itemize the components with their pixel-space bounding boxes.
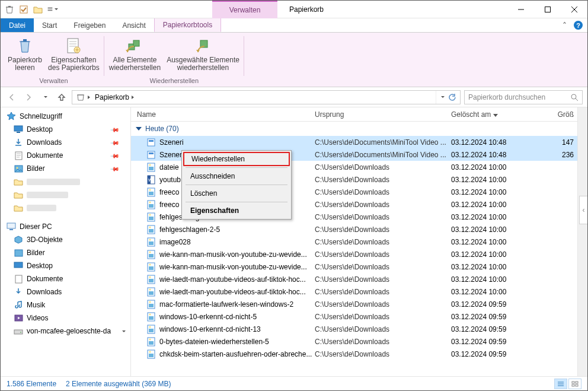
sidebar-downloads[interactable]: Downloads📌 <box>1 136 130 149</box>
view-large-icons-button[interactable] <box>568 379 581 389</box>
ribbon-label: des Papierkorbs <box>48 64 100 72</box>
table-row[interactable]: mac-formatierte-laufwerk-lesen-windows-2… <box>131 298 577 310</box>
file-origin: C:\Users\de\Downloads <box>315 238 451 246</box>
breadcrumb[interactable]: Papierkorb <box>72 90 461 104</box>
table-row[interactable]: wie-laedt-man-youtube-videos-auf-tiktok-… <box>131 285 577 298</box>
title-bar: 〓 Verwalten Papierkorb <box>1 1 587 18</box>
breadcrumb-label: Papierkorb <box>95 93 129 101</box>
breadcrumb-segment[interactable]: Papierkorb <box>94 93 135 101</box>
table-row[interactable]: windows-10-erkennt-cd-nicht-5C:\Users\de… <box>131 310 577 323</box>
qat-customize-button[interactable]: 〓 <box>46 3 59 16</box>
sidebar-pinned-folder[interactable] <box>1 188 130 201</box>
sidebar-pc-downloads[interactable]: Downloads <box>1 285 130 298</box>
recycle-bin-icon[interactable] <box>3 3 16 16</box>
table-row[interactable]: SzeneriC:\Users\de\Documents\MiniTool Vi… <box>131 136 577 148</box>
help-icon[interactable]: ? <box>574 21 583 30</box>
qat-newfolder-icon[interactable] <box>31 3 44 16</box>
file-icon <box>146 325 156 334</box>
view-details-button[interactable] <box>554 379 567 389</box>
sidebar-documents[interactable]: Dokumente📌 <box>1 149 130 162</box>
ctx-separator <box>186 202 287 202</box>
table-row[interactable]: wie-kann-man-musik-von-youtube-zu-wevide… <box>131 248 577 260</box>
column-origin[interactable]: Ursprung <box>315 110 451 119</box>
svg-rect-65 <box>149 329 154 332</box>
file-deleted-date: 03.12.2024 09:59 <box>451 338 528 346</box>
sidebar-quick-access[interactable]: Schnellzugriff <box>1 110 130 123</box>
table-row[interactable]: image028C:\Users\de\Downloads03.12.2024 … <box>131 236 577 248</box>
tab-file[interactable]: Datei <box>1 18 34 32</box>
close-button[interactable] <box>561 1 587 18</box>
ctx-restore[interactable]: Wiederherstellen <box>183 152 290 166</box>
table-row[interactable]: wie-laedt-man-youtube-videos-auf-tiktok-… <box>131 273 577 285</box>
tab-start[interactable]: Start <box>34 18 65 32</box>
column-deleted-date[interactable]: Gelöscht am <box>451 110 528 119</box>
downloads-icon <box>14 138 23 147</box>
empty-recycle-bin-button[interactable]: Papierkorb leeren <box>5 34 44 77</box>
restore-selected-button[interactable]: Ausgewählte Elemente wiederherstellen <box>164 34 242 77</box>
forward-button[interactable] <box>22 91 35 104</box>
ctx-properties[interactable]: Eigenschaften <box>183 204 290 218</box>
sidebar-pc-videos[interactable]: Videos <box>1 311 130 325</box>
group-header-today[interactable]: Heute (70) <box>131 122 577 136</box>
ribbon-collapse-button[interactable]: ˄ <box>563 21 567 30</box>
file-origin: C:\Users\de\Downloads <box>315 201 451 209</box>
file-deleted-date: 03.12.2024 09:59 <box>451 350 528 358</box>
file-deleted-date: 03.12.2024 10:00 <box>451 250 528 259</box>
redacted-label <box>27 192 68 198</box>
preview-pane-handle[interactable]: ‹ <box>579 196 587 224</box>
sidebar-label: Musik <box>27 301 45 309</box>
tab-share[interactable]: Freigeben <box>65 18 114 32</box>
tab-recyclebin-tools[interactable]: Papierkorbtools <box>154 18 221 32</box>
svg-rect-13 <box>7 223 15 228</box>
search-input[interactable]: Papierkorb durchsuchen <box>464 90 583 104</box>
file-deleted-date: 03.12.2024 10:00 <box>451 288 528 296</box>
ctx-delete[interactable]: Löschen <box>183 186 290 201</box>
table-row[interactable]: windows-10-erkennt-cd-nicht-13C:\Users\d… <box>131 323 577 335</box>
sidebar-label: 3D-Objekte <box>27 236 63 244</box>
history-dropdown[interactable] <box>39 91 52 104</box>
sidebar-pinned-folder[interactable] <box>1 201 130 214</box>
sidebar-volume[interactable]: von-mcafee-geloeschte-da <box>1 325 130 338</box>
restore-all-button[interactable]: Alle Elemente wiederherstellen <box>107 34 163 77</box>
sidebar-this-pc[interactable]: Dieser PC <box>1 220 130 233</box>
recycle-bin-properties-button[interactable]: Eigenschaften des Papierkorbs <box>46 34 102 77</box>
column-name[interactable]: Name <box>137 110 315 119</box>
column-size[interactable]: Größ <box>528 110 577 119</box>
breadcrumb-history-button[interactable] <box>441 96 445 98</box>
svg-point-60 <box>149 301 151 303</box>
sidebar-pc-pictures[interactable]: Bilder <box>1 246 130 259</box>
table-row[interactable]: fehlgeschlagen-2-5C:\Users\de\Downloads0… <box>131 223 577 236</box>
back-button[interactable] <box>5 91 18 104</box>
recycle-bin-icon <box>76 93 85 102</box>
vertical-scrollbar[interactable] <box>577 107 587 376</box>
sidebar-pinned-folder[interactable] <box>1 175 130 188</box>
sidebar-pc-desktop[interactable]: Desktop <box>1 259 130 272</box>
svg-rect-19 <box>14 330 23 334</box>
ribbon-group-restore: Alle Elemente wiederherstellen Ausgewähl… <box>104 34 244 85</box>
sidebar-pc-documents[interactable]: Dokumente <box>1 272 130 285</box>
table-row[interactable]: wie-kann-man-musik-von-youtube-zu-wevide… <box>131 260 577 273</box>
ctx-separator <box>186 167 287 168</box>
refresh-icon[interactable] <box>448 93 456 101</box>
ctx-cut[interactable]: Ausschneiden <box>183 169 290 183</box>
table-row[interactable]: 0-bytes-dateien-wiederherstellen-5C:\Use… <box>131 335 577 348</box>
maximize-button[interactable] <box>534 1 561 18</box>
minimize-button[interactable] <box>507 1 534 18</box>
sidebar-3d-objects[interactable]: 3D-Objekte <box>1 233 130 246</box>
tab-view[interactable]: Ansicht <box>114 18 154 32</box>
column-headers[interactable]: Name Ursprung Gelöscht am Größ <box>131 107 577 122</box>
up-button[interactable] <box>55 91 68 104</box>
navigation-pane[interactable]: Schnellzugriff Desktop📌 Downloads📌 Dokum… <box>1 107 131 376</box>
folder-icon <box>14 177 23 186</box>
sidebar-pictures[interactable]: Bilder📌 <box>1 162 130 175</box>
svg-rect-75 <box>572 384 574 386</box>
qat-checkbox-icon[interactable] <box>17 3 30 16</box>
table-row[interactable]: chkdsk-beim-starten-ausfuehren-oder-abre… <box>131 348 577 360</box>
breadcrumb-root-icon[interactable] <box>75 93 91 102</box>
ribbon-group-manage: Papierkorb leeren Eigenschaften des Papi… <box>3 34 104 85</box>
sidebar-pc-music[interactable]: Musik <box>1 298 130 311</box>
chevron-down-icon[interactable] <box>121 330 126 332</box>
svg-rect-26 <box>149 167 154 170</box>
svg-rect-32 <box>149 192 154 195</box>
sidebar-desktop[interactable]: Desktop📌 <box>1 123 130 136</box>
